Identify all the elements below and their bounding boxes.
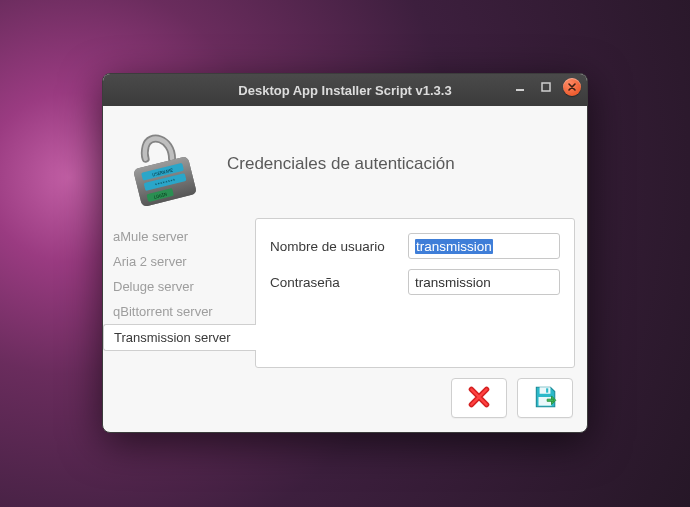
padlock-icon: USERNAME ******** LOGIN [121,120,209,208]
cancel-icon [466,384,492,413]
password-label: Contraseña [270,275,398,290]
dialog-heading: Credenciales de autenticación [227,154,455,174]
tab-deluge-server[interactable]: Deluge server [103,274,255,299]
tab-qbittorrent-server[interactable]: qBittorrent server [103,299,255,324]
minimize-button[interactable] [511,78,529,96]
username-value: transmission [415,239,493,254]
close-button[interactable] [563,78,581,96]
save-button[interactable] [517,378,573,418]
svg-rect-11 [546,388,548,392]
header-area: USERNAME ******** LOGIN Credenciales de … [103,106,587,218]
username-label: Nombre de usuario [270,239,398,254]
password-input[interactable]: transmission [408,269,560,295]
dialog-footer [103,368,587,432]
dialog-window: Desktop App Installer Script v1.3.3 [102,73,588,433]
floppy-save-icon [532,384,558,413]
username-row: Nombre de usuario transmission [270,233,560,259]
tab-aria2-server[interactable]: Aria 2 server [103,249,255,274]
window-controls [511,78,581,96]
window-title: Desktop App Installer Script v1.3.3 [238,83,451,98]
svg-rect-1 [542,83,550,91]
tab-transmission-server[interactable]: Transmission server [103,324,256,351]
username-input[interactable]: transmission [408,233,560,259]
form-panel: Nombre de usuario transmission Contraseñ… [255,218,575,368]
tab-amule-server[interactable]: aMule server [103,224,255,249]
password-value: transmission [415,275,491,290]
password-row: Contraseña transmission [270,269,560,295]
body-area: aMule server Aria 2 server Deluge server… [103,218,587,368]
svg-rect-0 [516,89,524,91]
maximize-button[interactable] [537,78,555,96]
content-area: USERNAME ******** LOGIN Credenciales de … [103,106,587,432]
svg-rect-10 [540,387,551,394]
cancel-button[interactable] [451,378,507,418]
titlebar: Desktop App Installer Script v1.3.3 [103,74,587,106]
tab-list: aMule server Aria 2 server Deluge server… [103,218,255,368]
